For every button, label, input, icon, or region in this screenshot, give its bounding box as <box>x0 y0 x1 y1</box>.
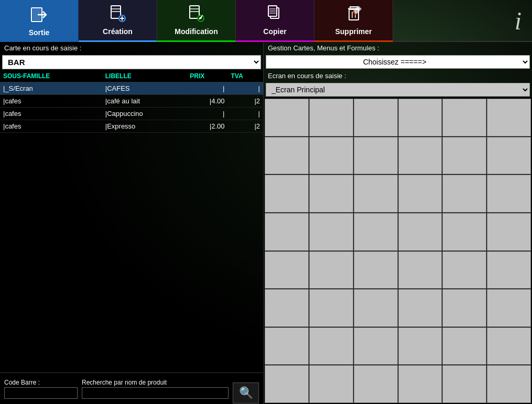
grid-cell[interactable] <box>398 327 442 365</box>
grid-cell[interactable] <box>265 251 309 289</box>
search-button[interactable]: 🔍 <box>233 382 259 403</box>
grid-cell[interactable] <box>398 365 442 403</box>
col-libelle: LIBELLE <box>102 70 187 82</box>
sortie-icon <box>30 6 48 26</box>
carte-select[interactable]: BAR <box>2 55 261 69</box>
left-panel: Carte en cours de saisie : BAR SOUS-FAMI… <box>0 42 264 404</box>
grid-cell[interactable] <box>354 99 398 136</box>
copier-button[interactable]: Copier <box>236 0 314 42</box>
grid-cell[interactable] <box>487 327 531 365</box>
grid-cell[interactable] <box>398 251 442 289</box>
col-sous-famille: SOUS-FAMILLE <box>0 70 102 82</box>
grid-cell[interactable] <box>309 213 353 251</box>
grid-cell[interactable] <box>487 289 531 327</box>
table-row[interactable]: |_S/Ecran|CAFES|| <box>0 82 263 95</box>
grid-cell[interactable] <box>354 251 398 289</box>
grid-cell[interactable] <box>354 213 398 251</box>
grid-cell[interactable] <box>265 137 309 175</box>
grid-cell[interactable] <box>398 175 442 212</box>
cell-libelle: |café au lait <box>102 95 187 108</box>
ecran-label: Ecran en cours de saisie : <box>268 72 346 80</box>
table-row[interactable]: |cafes|Cappuccino|| <box>0 108 263 120</box>
grid-cell[interactable] <box>354 327 398 365</box>
supprimer-label: Supprimer <box>335 27 372 36</box>
info-area: i <box>393 0 532 41</box>
sortie-button[interactable]: Sortie <box>0 0 79 42</box>
grid-cell[interactable] <box>354 365 398 403</box>
supprimer-button[interactable]: Supprimer <box>314 0 393 42</box>
table-row[interactable]: |cafes|café au lait|4.00|2 <box>0 95 263 108</box>
barcode-input[interactable] <box>4 387 78 399</box>
grid-cell[interactable] <box>487 251 531 289</box>
grid-cell[interactable] <box>442 99 486 136</box>
grid-cell[interactable] <box>487 365 531 403</box>
cell-sous-famille: |cafes <box>0 95 102 108</box>
creation-icon <box>109 5 127 25</box>
grid-cell[interactable] <box>265 99 309 136</box>
grid-cell[interactable] <box>265 289 309 327</box>
grid-cell[interactable] <box>398 137 442 175</box>
grid-cell[interactable] <box>442 289 486 327</box>
gestion-header: Gestion Cartes, Menus et Formules : <box>264 42 532 54</box>
grid-cell[interactable] <box>265 175 309 212</box>
barcode-section: Code Barre : <box>4 379 78 399</box>
cell-prix: |2.00 <box>187 120 227 133</box>
choisissez-row: Choisissez =====> <box>264 54 532 70</box>
col-prix: PRIX <box>187 70 227 82</box>
left-bottom-bar: Code Barre : Recherche par nom de produi… <box>0 373 263 404</box>
right-panel: Gestion Cartes, Menus et Formules : Choi… <box>264 42 532 404</box>
cell-sous-famille: |cafes <box>0 120 102 133</box>
grid-cell[interactable] <box>309 137 353 175</box>
grid-cell[interactable] <box>309 327 353 365</box>
table-row[interactable]: |cafes|Expresso|2.00|2 <box>0 120 263 133</box>
modification-button[interactable]: Modification <box>157 0 236 42</box>
grid-cell[interactable] <box>442 365 486 403</box>
grid-cell[interactable] <box>354 175 398 212</box>
main-content: Carte en cours de saisie : BAR SOUS-FAMI… <box>0 42 532 404</box>
grid-cell[interactable] <box>354 289 398 327</box>
toolbar: Sortie Création <box>0 0 532 42</box>
grid-cell[interactable] <box>442 213 486 251</box>
modification-icon <box>188 5 205 25</box>
grid-cell[interactable] <box>442 175 486 212</box>
creation-label: Création <box>103 27 133 36</box>
grid-cell[interactable] <box>309 289 353 327</box>
table-header-row: SOUS-FAMILLE LIBELLE PRIX TVA <box>0 70 263 82</box>
gestion-label: Gestion Cartes, Menus et Formules : <box>268 44 379 52</box>
grid-cell[interactable] <box>309 99 353 136</box>
barcode-label: Code Barre : <box>4 379 78 386</box>
cell-tva: |2 <box>228 120 264 133</box>
grid-cell[interactable] <box>309 251 353 289</box>
cell-tva: | <box>228 108 264 120</box>
grid-cell[interactable] <box>487 137 531 175</box>
search-icon: 🔍 <box>239 386 253 400</box>
grid-cell[interactable] <box>265 213 309 251</box>
grid-cell[interactable] <box>487 175 531 212</box>
supprimer-icon <box>345 5 363 25</box>
ecran-select[interactable]: _Ecran Principal <box>266 83 530 97</box>
grid-cell[interactable] <box>442 327 486 365</box>
choisissez-select[interactable]: Choisissez =====> <box>266 55 530 69</box>
modification-label: Modification <box>175 27 218 36</box>
creation-button[interactable]: Création <box>79 0 157 42</box>
grid-cell[interactable] <box>309 175 353 212</box>
grid-cell[interactable] <box>354 137 398 175</box>
cell-sous-famille: |cafes <box>0 108 102 120</box>
grid-cell[interactable] <box>442 251 486 289</box>
search-input[interactable] <box>82 387 229 399</box>
grid-cell[interactable] <box>487 99 531 136</box>
grid-cell[interactable] <box>442 137 486 175</box>
ecran-header: Ecran en cours de saisie : <box>264 70 532 82</box>
search-label: Recherche par nom de produit <box>82 379 229 386</box>
col-tva: TVA <box>228 70 264 82</box>
table-body: |_S/Ecran|CAFES|||cafes|café au lait|4.0… <box>0 82 263 133</box>
grid-cell[interactable] <box>398 289 442 327</box>
grid-cell[interactable] <box>398 99 442 136</box>
grid-cell[interactable] <box>309 365 353 403</box>
search-section: Recherche par nom de produit <box>82 379 229 399</box>
grid-cell[interactable] <box>487 213 531 251</box>
grid-cell[interactable] <box>265 365 309 403</box>
grid-cell[interactable] <box>265 327 309 365</box>
grid-cell[interactable] <box>398 213 442 251</box>
carte-dropdown-row: BAR <box>0 54 263 70</box>
